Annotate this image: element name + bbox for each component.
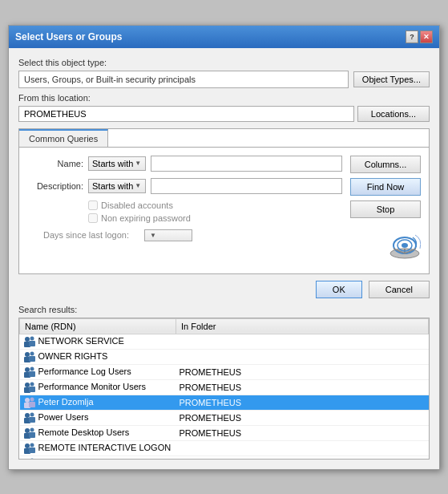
- svg-point-17: [30, 366, 34, 370]
- svg-point-21: [30, 382, 34, 386]
- table-row[interactable]: ReplicatorPROMETHEUS: [20, 456, 429, 459]
- svg-point-23: [25, 398, 30, 403]
- name-cell: REMOTE INTERACTIVE LOGON: [20, 441, 176, 456]
- table-row[interactable]: OWNER RIGHTS: [20, 349, 429, 364]
- name-cell: Replicator: [20, 456, 176, 459]
- locations-button[interactable]: Locations...: [357, 106, 430, 122]
- satellite-icon: [389, 231, 421, 265]
- svg-point-29: [30, 413, 34, 417]
- cancel-button[interactable]: Cancel: [369, 281, 430, 298]
- results-table-container[interactable]: Name (RDN) In Folder NETWORK SERVICE OWN…: [19, 318, 429, 459]
- name-input[interactable]: [151, 156, 342, 172]
- user-group-icon: [23, 382, 36, 393]
- row-name: Peter Dzomlja: [38, 397, 94, 407]
- common-queries-tab: Common Queries Name: Starts with ▼: [18, 128, 430, 274]
- name-cell: NETWORK SERVICE: [20, 334, 176, 349]
- disabled-accounts-row: Disabled accounts: [27, 200, 342, 210]
- svg-point-9: [30, 336, 34, 340]
- object-type-value: Users, Groups, or Built-in security prin…: [24, 75, 343, 84]
- name-cell: Remote Desktop Users: [20, 426, 176, 441]
- close-button[interactable]: ✕: [420, 30, 433, 43]
- col-folder-header: In Folder: [176, 318, 429, 334]
- table-row[interactable]: Performance Log UsersPROMETHEUS: [20, 364, 429, 379]
- table-row[interactable]: NETWORK SERVICE: [20, 334, 429, 349]
- user-group-icon: [23, 412, 36, 423]
- tab-common-queries[interactable]: Common Queries: [19, 129, 108, 147]
- table-row[interactable]: Power UsersPROMETHEUS: [20, 410, 429, 425]
- name-starts-with-dropdown[interactable]: Starts with ▼: [88, 156, 146, 171]
- svg-point-27: [25, 413, 30, 418]
- table-row[interactable]: Peter DzomljaPROMETHEUS: [20, 395, 429, 410]
- folder-cell: PROMETHEUS: [176, 456, 429, 459]
- col-name-header: Name (RDN): [20, 318, 176, 334]
- svg-rect-18: [29, 371, 35, 377]
- description-starts-with-dropdown[interactable]: Starts with ▼: [88, 179, 146, 193]
- description-input[interactable]: [151, 178, 342, 194]
- table-row[interactable]: Performance Monitor UsersPROMETHEUS: [20, 379, 429, 395]
- description-label: Description:: [27, 181, 83, 191]
- results-table: Name (RDN) In Folder NETWORK SERVICE OWN…: [19, 318, 429, 459]
- name-field-row: Name: Starts with ▼: [27, 156, 342, 172]
- find-now-button[interactable]: Find Now: [350, 178, 421, 196]
- svg-point-11: [25, 352, 30, 357]
- svg-rect-22: [29, 387, 35, 392]
- svg-point-35: [25, 443, 30, 448]
- tab-header: Common Queries: [19, 129, 429, 148]
- search-results-label: Search results:: [18, 305, 430, 314]
- svg-point-13: [30, 351, 34, 355]
- days-label: Days since last logon:: [43, 230, 139, 240]
- folder-cell: PROMETHEUS: [176, 426, 429, 441]
- stop-button[interactable]: Stop: [350, 200, 421, 218]
- row-name: NETWORK SERVICE: [38, 336, 124, 346]
- svg-point-19: [25, 383, 30, 387]
- name-cell: Power Users: [20, 410, 176, 425]
- disabled-accounts-checkbox[interactable]: [88, 200, 98, 210]
- help-button[interactable]: ?: [406, 30, 418, 43]
- svg-rect-14: [29, 356, 35, 362]
- tab-content: Name: Starts with ▼ Description: Starts …: [19, 148, 429, 273]
- row-name: Performance Log Users: [38, 366, 131, 376]
- description-field-row: Description: Starts with ▼: [27, 178, 342, 194]
- svg-point-31: [25, 428, 30, 433]
- folder-cell: PROMETHEUS: [176, 410, 429, 425]
- dialog-title: Select Users or Groups: [15, 31, 122, 43]
- folder-cell: PROMETHEUS: [176, 364, 429, 379]
- name-cell: Performance Monitor Users: [20, 379, 176, 395]
- location-value: PROMETHEUS: [18, 106, 354, 122]
- name-cell: OWNER RIGHTS: [20, 349, 176, 364]
- svg-rect-38: [29, 447, 35, 453]
- results-container: Name (RDN) In Folder NETWORK SERVICE OWN…: [18, 318, 430, 460]
- title-bar: Select Users or Groups ? ✕: [9, 26, 439, 48]
- location-row: PROMETHEUS Locations...: [18, 106, 430, 122]
- dropdown-arrow-icon: ▼: [135, 160, 141, 167]
- row-name: Power Users: [38, 412, 89, 422]
- svg-rect-26: [29, 402, 35, 407]
- user-group-icon: [23, 443, 36, 454]
- row-name: Remote Desktop Users: [38, 427, 130, 437]
- days-arrow-icon: ▼: [150, 232, 156, 239]
- disabled-accounts-label: Disabled accounts: [101, 200, 173, 210]
- non-expiring-checkbox[interactable]: [88, 213, 98, 223]
- table-row[interactable]: Remote Desktop UsersPROMETHEUS: [20, 426, 429, 441]
- non-expiring-row: Non expiring password: [27, 213, 342, 223]
- name-label: Name:: [27, 159, 83, 168]
- svg-point-7: [25, 337, 30, 342]
- object-types-button[interactable]: Object Types...: [353, 71, 430, 87]
- days-dropdown[interactable]: ▼: [144, 229, 192, 241]
- folder-cell: [176, 441, 429, 456]
- columns-button[interactable]: Columns...: [350, 156, 421, 173]
- row-name: REMOTE INTERACTIVE LOGON: [38, 443, 172, 452]
- svg-point-37: [30, 443, 34, 447]
- table-row[interactable]: REMOTE INTERACTIVE LOGON: [20, 441, 429, 456]
- non-expiring-label: Non expiring password: [101, 213, 191, 223]
- object-type-label: Select this object type:: [18, 58, 430, 67]
- name-cell: Peter Dzomlja: [20, 395, 176, 410]
- bottom-buttons: OK Cancel: [18, 281, 430, 298]
- ok-button[interactable]: OK: [316, 281, 362, 298]
- user-group-icon: [23, 427, 36, 439]
- svg-rect-10: [29, 341, 35, 346]
- dropdown-arrow2-icon: ▼: [135, 182, 141, 189]
- user-group-icon: [23, 397, 36, 408]
- folder-cell: PROMETHEUS: [176, 395, 429, 410]
- dialog: Select Users or Groups ? ✕ Select this o…: [8, 25, 440, 470]
